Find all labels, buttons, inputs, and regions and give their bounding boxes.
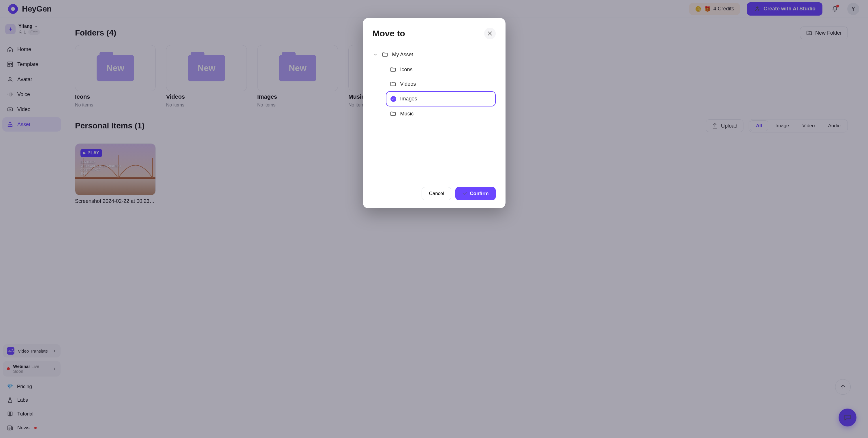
modal-close-button[interactable] — [484, 28, 496, 39]
tree-item-videos[interactable]: Videos — [386, 77, 496, 91]
selected-check-icon — [391, 96, 396, 102]
folder-icon — [390, 81, 396, 87]
modal-scrim[interactable]: Move to My Asset Icons Videos — [0, 0, 868, 438]
close-icon — [487, 30, 493, 37]
folder-icon — [390, 111, 396, 117]
tree-item-icons[interactable]: Icons — [386, 62, 496, 77]
tree-item-my-asset[interactable]: My Asset — [373, 47, 496, 62]
chevron-down-icon — [373, 52, 378, 57]
tree-label: Images — [400, 96, 417, 102]
folder-icon — [390, 66, 396, 73]
tree-item-music[interactable]: Music — [386, 107, 496, 121]
cancel-button[interactable]: Cancel — [422, 187, 451, 200]
move-to-modal: Move to My Asset Icons Videos — [363, 18, 505, 208]
confirm-button[interactable]: Confirm — [455, 187, 495, 200]
folder-icon — [382, 51, 388, 58]
tree-item-images[interactable]: Images — [386, 91, 496, 107]
tree-label: Icons — [400, 67, 413, 73]
tree-label: Videos — [400, 81, 416, 87]
tree-label: My Asset — [392, 52, 413, 58]
check-icon — [462, 191, 467, 196]
tree-label: Music — [400, 111, 414, 117]
modal-title: Move to — [373, 29, 405, 38]
confirm-label: Confirm — [470, 191, 489, 197]
